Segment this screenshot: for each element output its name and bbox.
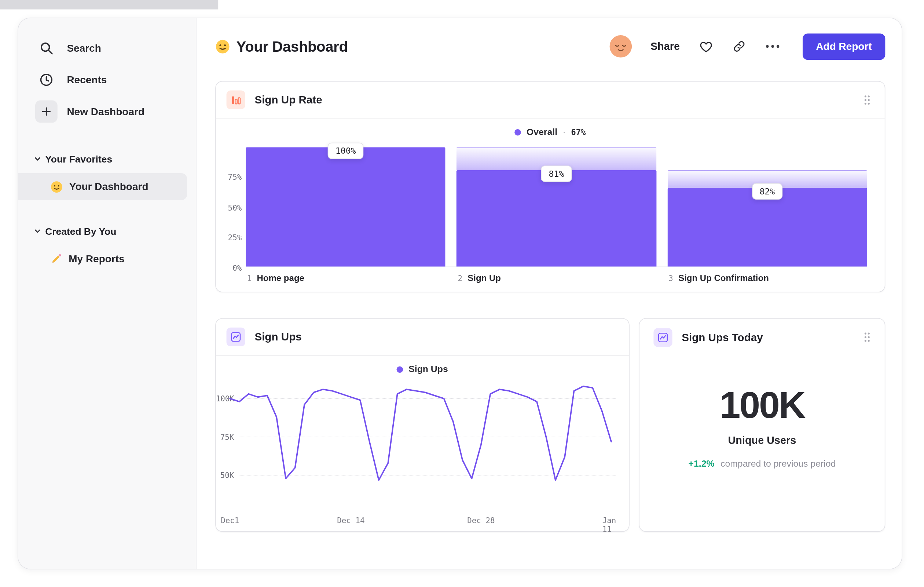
- stat-delta: +1.2%: [688, 459, 714, 468]
- legend-separator: ·: [563, 127, 565, 137]
- funnel-bar-home-page[interactable]: 100% 1 Home page: [246, 147, 446, 267]
- sidebar-item-new-dashboard[interactable]: New Dashboard: [18, 96, 196, 127]
- drag-handle-icon[interactable]: [863, 332, 870, 343]
- section-label: Created By You: [45, 226, 116, 236]
- funnel-step-label: 1 Home page: [247, 273, 304, 283]
- clock-icon: [35, 72, 58, 88]
- stat-delta-row: +1.2% compared to previous period: [639, 459, 885, 469]
- funnel-bar-solid: [457, 170, 656, 266]
- pencil-emoji-icon: [51, 253, 62, 265]
- stat-label: Unique Users: [639, 434, 885, 447]
- sidebar-section-created-by-you[interactable]: Created By You: [18, 222, 196, 241]
- signups-line-chart[interactable]: [216, 319, 630, 532]
- y-axis-tick: 50%: [216, 203, 242, 212]
- smiley-emoji-icon: [215, 39, 230, 54]
- sidebar-item-search[interactable]: Search: [18, 32, 196, 64]
- app-root: Search Recents New Dashboard: [0, 0, 924, 587]
- sidebar-item-label: New Dashboard: [67, 105, 144, 118]
- header-actions: Share: [609, 33, 886, 60]
- sidebar-item-your-dashboard[interactable]: Your Dashboard: [18, 173, 187, 200]
- bar-chart-icon: [227, 90, 245, 109]
- funnel-bar-solid: [246, 147, 446, 267]
- funnel-tooltip: 100%: [328, 143, 363, 159]
- background-window-strip: [0, 0, 218, 10]
- sidebar-item-label: Your Dashboard: [69, 180, 148, 193]
- drag-handle-icon[interactable]: [863, 94, 870, 105]
- search-icon: [35, 40, 58, 56]
- page-title: Your Dashboard: [236, 38, 348, 55]
- share-button[interactable]: Share: [650, 40, 680, 53]
- sidebar-item-my-reports[interactable]: My Reports: [18, 245, 187, 273]
- sidebar-item-label: Search: [67, 42, 101, 54]
- signup-rate-card: Sign Up Rate Overall · 67% 75: [215, 81, 885, 293]
- section-label: Your Favorites: [45, 153, 112, 164]
- card-header: Sign Up Rate: [216, 81, 885, 119]
- sidebar-section-your-favorites[interactable]: Your Favorites: [18, 150, 196, 169]
- add-report-button[interactable]: Add Report: [802, 33, 885, 60]
- signups-card: Sign Ups Sign Ups 100K 75K 50K: [215, 318, 630, 532]
- line-chart-icon: [653, 328, 672, 347]
- more-options-icon[interactable]: [765, 44, 780, 49]
- card-title: Sign Ups Today: [681, 331, 763, 344]
- funnel-bar-solid: [667, 188, 867, 266]
- avatar[interactable]: [609, 35, 632, 58]
- chevron-down-icon: [34, 155, 41, 162]
- y-axis-tick: 0%: [216, 264, 242, 273]
- sidebar: Search Recents New Dashboard: [18, 18, 196, 569]
- sidebar-item-recents[interactable]: Recents: [18, 64, 196, 95]
- legend-dot: [515, 129, 521, 136]
- stat-value: 100K: [639, 384, 885, 426]
- y-axis-tick: 25%: [216, 233, 242, 242]
- sidebar-item-label: Recents: [67, 74, 107, 86]
- funnel-bar-sign-up[interactable]: 81% 2 Sign Up: [457, 147, 656, 267]
- funnel-tooltip: 81%: [541, 165, 572, 182]
- chart-legend: Overall · 67%: [216, 119, 885, 146]
- favorite-heart-icon[interactable]: [698, 39, 713, 54]
- funnel-tooltip: 82%: [752, 183, 783, 200]
- chevron-down-icon: [34, 228, 41, 235]
- smiley-emoji-icon: [51, 180, 63, 193]
- legend-overall-value: 67%: [571, 127, 586, 137]
- funnel-step-label: 2 Sign Up: [458, 273, 501, 283]
- plus-icon: [35, 101, 58, 123]
- legend-series-label: Overall: [526, 127, 557, 137]
- y-axis-tick: 75%: [216, 173, 242, 182]
- signups-today-card: Sign Ups Today 100K Unique Users +1.2%: [639, 318, 885, 532]
- funnel-step-label: 3 Sign Up Confirmation: [668, 273, 769, 283]
- dashboard-window: Search Recents New Dashboard: [18, 18, 903, 569]
- funnel-plot-area: 100% 1 Home page 81% 2 Sign Up: [246, 147, 867, 267]
- dashboard-row-2: Sign Ups Sign Ups 100K 75K 50K: [215, 318, 885, 532]
- dashboard-header: Your Dashboard Share: [196, 18, 902, 75]
- card-header: Sign Ups Today: [639, 319, 885, 356]
- sidebar-item-label: My Reports: [69, 253, 124, 265]
- stat-delta-note: compared to previous period: [721, 459, 836, 468]
- card-title: Sign Up Rate: [254, 93, 322, 106]
- funnel-bar-sign-up-confirmation[interactable]: 82% 3 Sign Up Confirmation: [667, 147, 867, 267]
- main-content: Your Dashboard Share: [196, 18, 902, 569]
- copy-link-icon[interactable]: [732, 39, 746, 53]
